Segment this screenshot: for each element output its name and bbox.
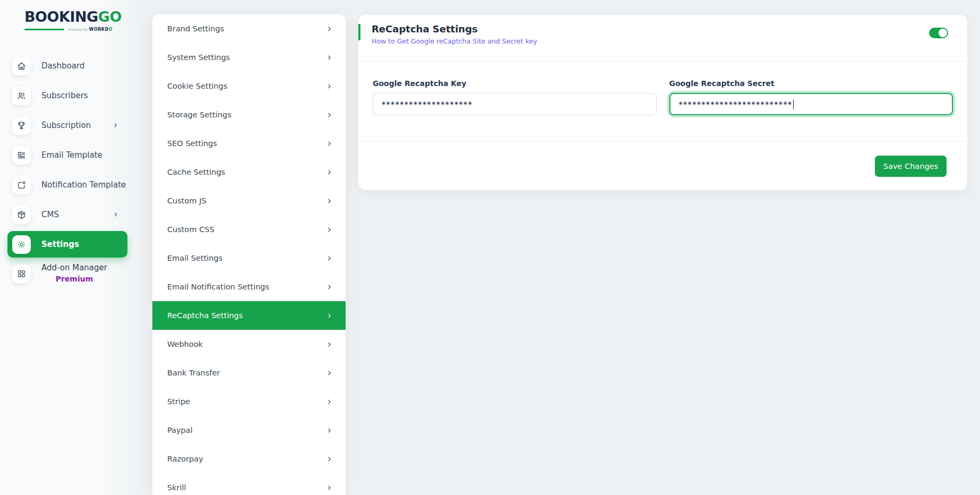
card-footer: Save Changes <box>358 141 967 190</box>
green-accent-bar <box>358 24 360 40</box>
premium-badge: Premium <box>56 274 93 285</box>
chevron-right-icon <box>326 198 333 204</box>
sidebar-item-subscribers[interactable]: Subscribers <box>0 81 139 110</box>
settings-menu-item-bank-transfer[interactable]: Bank Transfer <box>152 359 346 387</box>
settings-menu-item-system-settings[interactable]: System Settings <box>152 43 346 72</box>
grid-icon <box>12 264 31 283</box>
settings-menu-item-skrill[interactable]: Skrill <box>152 473 346 495</box>
settings-menu-item-stripe[interactable]: Stripe <box>152 387 346 416</box>
sidebar-nav: Dashboard Subscribers Subscription Email… <box>0 51 139 259</box>
users-icon <box>12 87 31 105</box>
chevron-right-icon <box>326 54 333 61</box>
cube-icon <box>12 206 31 224</box>
app-logo-text: BOOKINGGO <box>24 10 139 24</box>
gear-icon <box>12 235 31 254</box>
recaptcha-secret-field-group: Google Recaptcha Secret ****************… <box>669 79 953 141</box>
logo-underline: Powered By WORKDO <box>24 27 113 32</box>
recaptcha-key-field-group: Google Recaptcha Key *******************… <box>373 79 657 141</box>
chevron-right-icon <box>326 112 333 118</box>
home-icon <box>12 57 31 75</box>
chevron-right-icon <box>326 312 333 319</box>
chevron-right-icon <box>326 255 333 262</box>
page-title: ReCaptcha Settings <box>372 23 967 35</box>
sidebar-item-cms[interactable]: CMS <box>0 200 139 229</box>
chevron-right-icon <box>326 140 333 147</box>
settings-menu-item-email-notification-settings[interactable]: Email Notification Settings <box>152 272 346 301</box>
save-changes-button[interactable]: Save Changes <box>875 156 947 177</box>
settings-menu-panel: Brand Settings System Settings Cookie Se… <box>152 14 346 495</box>
chevron-right-icon <box>326 226 333 233</box>
text-cursor <box>793 99 794 109</box>
settings-menu-item-custom-css[interactable]: Custom CSS <box>152 215 346 244</box>
chevron-right-icon <box>326 456 333 463</box>
google-recaptcha-secret-input[interactable]: ************************* <box>669 93 953 115</box>
settings-menu-item-cookie-settings[interactable]: Cookie Settings <box>152 72 346 100</box>
settings-menu-item-brand-settings[interactable]: Brand Settings <box>152 14 346 43</box>
settings-menu-item-custom-js[interactable]: Custom JS <box>152 186 346 215</box>
settings-menu-item-storage-settings[interactable]: Storage Settings <box>152 100 346 129</box>
sidebar-item-addon-manager[interactable]: Add-on Manager Premium <box>0 259 107 285</box>
recaptcha-key-label: Google Recaptcha Key <box>373 79 657 88</box>
trophy-icon <box>12 116 31 135</box>
card-body: Google Recaptcha Key *******************… <box>358 62 967 141</box>
sidebar-item-email-template[interactable]: Email Template <box>0 140 139 170</box>
chevron-right-icon <box>326 169 333 176</box>
settings-menu-item-email-settings[interactable]: Email Settings <box>152 244 346 272</box>
chevron-right-icon <box>113 211 119 218</box>
chevron-right-icon <box>326 83 333 90</box>
sidebar-item-subscription[interactable]: Subscription <box>0 110 139 140</box>
recaptcha-help-link[interactable]: How to Get Google reCaptcha Site and Sec… <box>372 37 537 45</box>
recaptcha-settings-card: ReCaptcha Settings How to Get Google reC… <box>358 15 967 190</box>
notification-icon <box>12 176 31 194</box>
settings-menu-item-recaptcha-settings[interactable]: ReCaptcha Settings <box>152 301 346 330</box>
chevron-right-icon <box>326 341 333 348</box>
sidebar: BOOKINGGO Powered By WORKDO Dashboard Su… <box>0 0 139 495</box>
chevron-right-icon <box>326 284 333 291</box>
settings-menu-item-razorpay[interactable]: Razorpay <box>152 445 346 473</box>
recaptcha-key-value: ******************** <box>382 100 472 108</box>
toggle-knob <box>939 29 947 37</box>
logo-green-line <box>24 29 64 30</box>
chevron-right-icon <box>326 370 333 377</box>
sidebar-item-settings[interactable]: Settings <box>7 231 127 258</box>
chevron-right-icon <box>113 122 119 129</box>
sidebar-item-dashboard[interactable]: Dashboard <box>0 51 139 81</box>
chevron-right-icon <box>326 484 333 491</box>
settings-menu-item-webhook[interactable]: Webhook <box>152 330 346 359</box>
settings-menu-item-cache-settings[interactable]: Cache Settings <box>152 158 346 186</box>
google-recaptcha-key-input[interactable]: ******************** <box>373 93 657 115</box>
chevron-right-icon <box>326 427 333 434</box>
settings-menu-item-seo-settings[interactable]: SEO Settings <box>152 129 346 158</box>
chevron-right-icon <box>326 398 333 405</box>
chevron-right-icon <box>326 25 333 32</box>
recaptcha-enabled-toggle[interactable] <box>929 28 948 38</box>
addon-texts: Add-on Manager Premium <box>41 262 107 285</box>
template-icon <box>12 146 31 165</box>
app-logo[interactable]: BOOKINGGO Powered By WORKDO <box>0 0 139 32</box>
sidebar-item-notification-template[interactable]: Notification Template <box>0 170 139 200</box>
card-header: ReCaptcha Settings How to Get Google reC… <box>358 15 967 62</box>
powered-by-text: Powered By WORKDO <box>67 27 113 32</box>
recaptcha-secret-value: ************************* <box>679 100 793 108</box>
settings-menu-item-paypal[interactable]: Paypal <box>152 416 346 445</box>
recaptcha-secret-label: Google Recaptcha Secret <box>669 79 953 88</box>
